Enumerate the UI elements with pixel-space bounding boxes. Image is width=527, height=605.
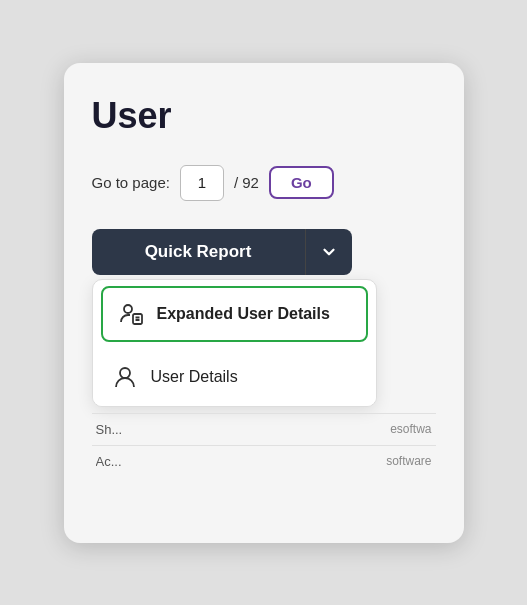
page-title: User bbox=[92, 95, 436, 137]
quick-report-button[interactable]: Quick Report bbox=[92, 229, 305, 275]
table-row: Ac... software bbox=[92, 445, 436, 477]
svg-point-4 bbox=[120, 368, 130, 378]
go-button[interactable]: Go bbox=[269, 166, 334, 199]
table-cell-right-1: esoftwa bbox=[264, 422, 432, 436]
user-icon bbox=[111, 363, 139, 391]
pagination-label: Go to page: bbox=[92, 174, 170, 191]
page-input[interactable] bbox=[180, 165, 224, 201]
table-row: Sh... esoftwa bbox=[92, 413, 436, 445]
quick-report-chevron-button[interactable] bbox=[305, 229, 352, 275]
dropdown-item-expanded-user-details[interactable]: Expanded User Details bbox=[101, 286, 368, 342]
dropdown-item-user-details[interactable]: User Details bbox=[93, 348, 376, 406]
svg-point-0 bbox=[124, 305, 132, 313]
table-cell-left-1: Sh... bbox=[96, 422, 264, 437]
user-report-icon bbox=[117, 300, 145, 328]
main-card: User Go to page: / 92 Go Quick Report Ex… bbox=[64, 63, 464, 543]
expanded-user-details-label: Expanded User Details bbox=[157, 305, 330, 323]
dropdown-menu: Expanded User Details User Details bbox=[92, 279, 377, 407]
chevron-down-icon bbox=[320, 243, 338, 261]
user-details-label: User Details bbox=[151, 368, 238, 386]
pagination-row: Go to page: / 92 Go bbox=[92, 165, 436, 201]
table-cell-right-2: software bbox=[264, 454, 432, 468]
table-peek: Sh... esoftwa Ac... software bbox=[92, 413, 436, 477]
page-total: / 92 bbox=[234, 174, 259, 191]
quick-report-bar: Quick Report bbox=[92, 229, 352, 275]
svg-rect-1 bbox=[133, 314, 142, 324]
table-cell-left-2: Ac... bbox=[96, 454, 264, 469]
